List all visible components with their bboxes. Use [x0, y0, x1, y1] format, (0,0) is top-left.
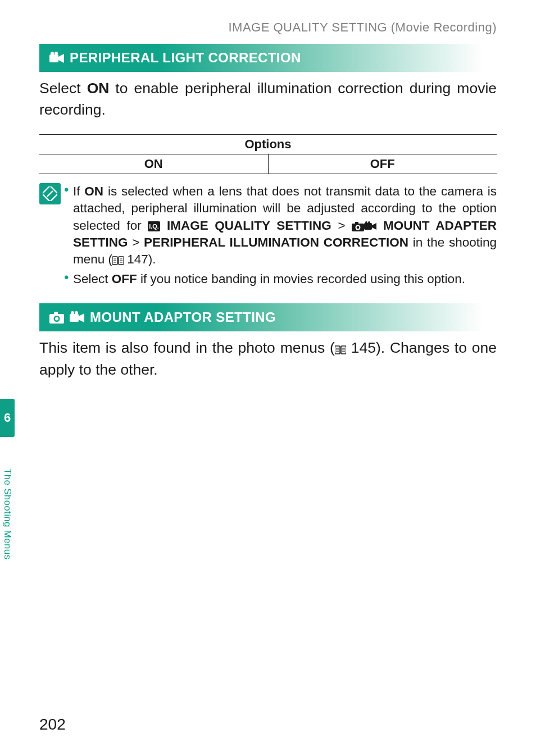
- section-title-mount-adaptor: MOUNT ADAPTOR SETTING: [39, 303, 497, 331]
- camera-icon: [49, 311, 64, 324]
- svg-point-27: [55, 317, 58, 321]
- svg-line-5: [47, 191, 53, 197]
- option-off: OFF: [268, 154, 497, 174]
- movie-icon: [70, 311, 84, 324]
- movie-icon: [364, 221, 376, 231]
- chapter-tab: 6: [0, 399, 15, 437]
- svg-rect-25: [54, 312, 58, 315]
- page-ref-icon: [335, 345, 346, 354]
- svg-text:I.Q.: I.Q.: [149, 223, 159, 230]
- note-item: Select OFF if you notice banding in movi…: [64, 271, 497, 288]
- svg-marker-29: [79, 313, 84, 322]
- movie-icon: [49, 52, 64, 64]
- svg-rect-12: [364, 223, 372, 230]
- note-block: If ON is selected when a lens that does …: [39, 183, 497, 290]
- section-title-text: PERIPHERAL LIGHT CORRECTION: [70, 50, 301, 66]
- options-table: Options ON OFF: [39, 134, 497, 174]
- page-number: 202: [39, 716, 66, 734]
- note-badge-icon: [39, 183, 61, 204]
- svg-rect-9: [355, 222, 358, 224]
- section-intro: This item is also found in the photo men…: [39, 337, 497, 380]
- svg-rect-28: [70, 314, 79, 322]
- svg-marker-1: [58, 54, 64, 63]
- svg-point-11: [357, 226, 360, 229]
- svg-point-31: [75, 311, 78, 315]
- chapter-label: The Shooting Menus: [0, 445, 15, 583]
- svg-point-14: [365, 221, 367, 224]
- section-title-peripheral-light: PERIPHERAL LIGHT CORRECTION: [39, 44, 497, 72]
- iq-badge-icon: I.Q.: [148, 221, 160, 231]
- option-on: ON: [39, 154, 268, 174]
- running-header: IMAGE QUALITY SETTING (Movie Recording): [39, 20, 497, 35]
- section-intro: Select ON to enable peripheral illuminat…: [39, 78, 497, 121]
- svg-marker-13: [372, 223, 376, 230]
- svg-point-15: [368, 221, 370, 224]
- svg-point-2: [51, 52, 54, 55]
- svg-point-3: [54, 52, 58, 55]
- svg-rect-0: [49, 54, 58, 62]
- camera-icon: [352, 221, 364, 231]
- note-item: If ON is selected when a lens that does …: [64, 183, 497, 268]
- svg-point-30: [71, 311, 74, 315]
- page-ref-icon: [112, 256, 124, 265]
- options-header: Options: [39, 134, 497, 154]
- section-title-text: MOUNT ADAPTOR SETTING: [90, 309, 276, 325]
